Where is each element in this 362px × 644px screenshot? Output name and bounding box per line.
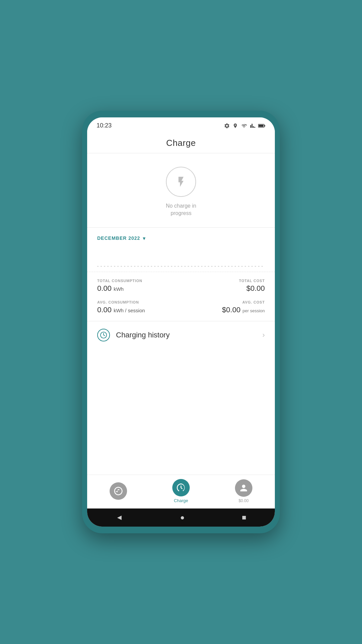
charge-nav-label: Charge	[174, 498, 188, 503]
charge-circle	[166, 167, 196, 197]
no-charge-text: No charge in progress	[166, 202, 196, 217]
settings-icon	[224, 123, 230, 129]
phone-outer: 10:23	[82, 111, 280, 533]
battery-icon	[258, 123, 265, 128]
status-icons	[224, 123, 265, 129]
svg-rect-2	[258, 124, 263, 126]
status-bar: 10:23	[87, 117, 275, 132]
bottom-nav: Charge $0.00	[87, 475, 275, 508]
account-nav-label: $0.00	[239, 498, 249, 503]
account-nav-icon-circle	[235, 479, 252, 497]
total-consumption-label: TOTAL CONSUMPTION	[97, 279, 142, 283]
speedometer-icon	[176, 483, 186, 493]
month-label: DECEMBER 2022	[97, 235, 140, 241]
location-icon	[233, 123, 238, 129]
page-title: Charge	[87, 138, 275, 148]
bolt-icon	[175, 176, 187, 188]
stats-row-2: AVG. CONSUMPTION 0.00 kWh / session AVG.…	[97, 300, 265, 314]
nav-item-explore[interactable]	[103, 482, 133, 500]
total-cost-value: $0.00	[246, 284, 265, 293]
charging-history-row[interactable]: Charging history ›	[87, 321, 275, 349]
stats-section: TOTAL CONSUMPTION 0.00 kWh TOTAL COST $0…	[87, 272, 275, 321]
avg-cost-value: $0.00 per session	[222, 306, 265, 314]
chart-area	[87, 245, 275, 272]
explore-nav-icon-circle	[110, 482, 127, 500]
recent-button[interactable]: ■	[242, 513, 246, 522]
home-button[interactable]: ●	[180, 513, 185, 522]
month-selector[interactable]: DECEMBER 2022 ▾	[97, 235, 265, 241]
charging-history-label: Charging history	[116, 331, 262, 339]
clock-icon-container	[97, 329, 110, 341]
avg-consumption-value: 0.00 kWh / session	[97, 306, 145, 314]
back-button[interactable]: ◄	[116, 513, 123, 522]
nav-item-account[interactable]: $0.00	[229, 479, 259, 503]
signal-icon	[250, 123, 255, 128]
app-header: Charge	[87, 132, 275, 153]
total-consumption-value: 0.00 kWh	[97, 284, 142, 293]
charge-nav-icon-circle	[172, 479, 190, 496]
avg-cost-stat: AVG. COST $0.00 per session	[222, 300, 265, 314]
chart-dots	[97, 266, 265, 267]
clock-icon	[100, 331, 107, 339]
month-section: DECEMBER 2022 ▾	[87, 228, 275, 245]
nav-item-charge[interactable]: Charge	[166, 479, 196, 503]
content-spacer	[87, 349, 275, 475]
total-consumption-stat: TOTAL CONSUMPTION 0.00 kWh	[97, 279, 142, 293]
status-time: 10:23	[97, 122, 112, 129]
account-icon	[239, 483, 249, 493]
charge-status-section: No charge in progress	[87, 153, 275, 228]
stats-row-1: TOTAL CONSUMPTION 0.00 kWh TOTAL COST $0…	[97, 279, 265, 293]
avg-cost-label: AVG. COST	[242, 300, 265, 304]
total-cost-stat: TOTAL COST $0.00	[239, 279, 265, 293]
android-nav: ◄ ● ■	[87, 508, 275, 527]
total-cost-label: TOTAL COST	[239, 279, 265, 283]
compass-icon	[113, 486, 123, 496]
avg-consumption-label: AVG. CONSUMPTION	[97, 300, 145, 304]
chevron-right-icon: ›	[262, 331, 265, 339]
chevron-down-icon: ▾	[143, 235, 145, 241]
avg-consumption-stat: AVG. CONSUMPTION 0.00 kWh / session	[97, 300, 145, 314]
svg-rect-1	[264, 125, 265, 126]
wifi-icon	[241, 123, 247, 128]
phone-screen: 10:23	[87, 117, 275, 527]
